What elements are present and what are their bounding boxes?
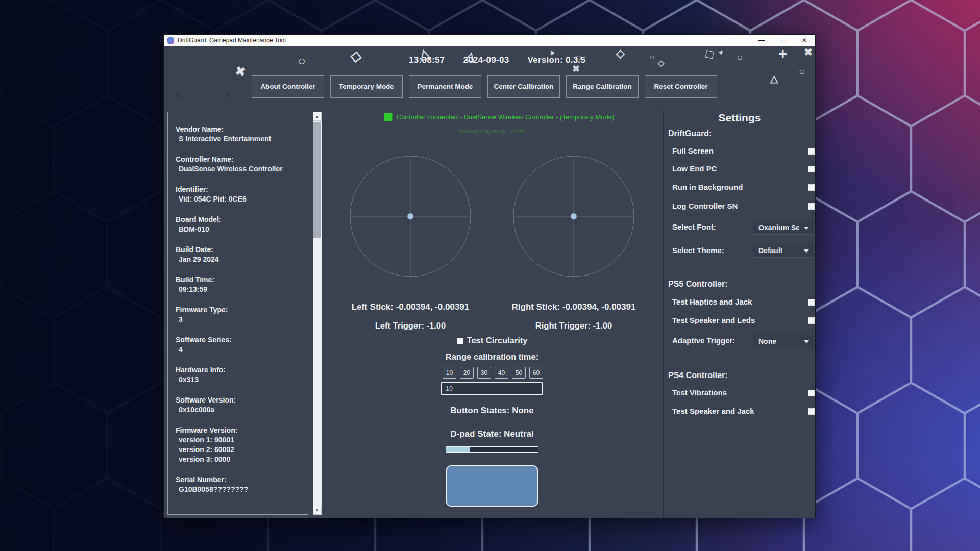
battery-capacity-text: Battery Capacity: 100% [415,128,569,135]
about-controller-button[interactable]: About Controller [252,75,324,98]
test-speaker-leds-checkbox[interactable] [808,317,815,324]
clock-text: 13:38:57 [409,55,445,65]
info-panel-scrollbar[interactable]: ▲ ▼ [313,112,322,515]
select-theme-label: Select Theme: [672,246,724,255]
info-field-firmware-type: Firmware Type: 3 [176,305,303,324]
setting-row-low-end-pc: Low End PC [672,164,816,173]
permanent-mode-button[interactable]: Permanent Mode [409,75,481,98]
right-trigger-readout: Right Trigger: -1.00 [502,321,645,331]
test-circularity-label: Test Circularity [467,336,528,345]
range-calibration-heading: Range calibration time: [415,352,569,362]
connection-status: Controller connected - DualSense Wireles… [384,113,614,121]
status-indicator-swatch [384,113,393,121]
right-stick-dot [571,213,577,219]
temporary-mode-button[interactable]: Temporary Mode [330,75,403,98]
range-calibration-button[interactable]: Range Calibration [566,75,639,98]
test-circularity-checkbox[interactable] [457,338,463,344]
info-field-hardware-info: Hardware Info: 0x313 [176,365,303,385]
dpad-progress-fill [446,447,470,452]
setting-row-run-in-background: Run in Background [672,183,816,192]
range-time-30-button[interactable]: 30 [477,367,491,379]
ps-symbol-icon: ○ [236,92,241,100]
window-controls: — □ ✕ [751,35,815,46]
ps-symbol-icon: ✖ [234,64,247,78]
chevron-down-icon [804,249,809,253]
info-field-software-series: Software Series: 4 [176,335,303,355]
ps-symbol-icon: ○ [799,66,805,77]
dpad-state-text: D-pad State: Neutral [415,429,569,439]
date-text: 2024-09-03 [463,55,509,65]
scroll-down-icon[interactable]: ▼ [313,506,322,515]
setting-row-test-haptics: Test Haptics and Jack [672,297,816,307]
right-stick-readout: Right Stick: -0.00394, -0.00391 [502,302,645,312]
led-color-visualizer [446,465,538,507]
action-button-row: About Controller Temporary Mode Permanen… [252,75,717,98]
left-trigger-readout: Left Trigger: -1.00 [339,321,482,331]
test-speaker-jack-checkbox[interactable] [808,408,815,415]
center-calibration-button[interactable]: Center Calibration [487,75,560,98]
low-end-pc-checkbox[interactable] [808,166,815,172]
close-button[interactable]: ✕ [794,35,815,46]
version-text: Version: 0.3.5 [527,55,585,65]
ps-symbol-icon: ○ [650,53,655,61]
dpad-progress-bar [446,446,538,453]
setting-row-test-vibrations: Test Vibrations [672,388,816,397]
log-controller-sn-checkbox[interactable] [808,203,815,210]
info-field-firmware-version: Firmware Version: version 1: 90001 versi… [176,425,303,464]
ps-symbol-icon: ◇ [350,48,362,64]
window-title: DriftGuard: Gamepad Maintenance Tool [178,37,286,44]
info-field-build-date: Build Date: Jan 29 2024 [176,245,303,264]
test-vibrations-checkbox[interactable] [808,390,815,396]
ps-symbol-icon: ✖ [174,90,183,100]
test-haptics-checkbox[interactable] [808,299,815,306]
maximize-button[interactable]: □ [772,35,794,46]
range-time-20-button[interactable]: 20 [460,367,474,379]
range-time-40-button[interactable]: 40 [495,367,508,379]
left-stick-readout: Left Stick: -0.00394, -0.00391 [339,302,482,312]
ps-symbol-icon: ✖ [804,47,813,57]
minimize-button[interactable]: — [751,35,772,46]
chevron-down-icon [804,227,809,230]
app-window: DriftGuard: Gamepad Maintenance Tool — □… [163,34,816,518]
driftguard-section-header: DriftGuard: [668,129,712,138]
font-select[interactable]: Oxanium Semi [753,220,813,235]
ps-symbol-icon: ✖ [225,91,232,99]
app-icon [167,37,174,44]
info-field-board-model: Board Model: BDM-010 [176,215,303,234]
ps5-section-header: PS5 Controller: [668,280,727,289]
setting-row-test-speaker-leds: Test Speaker and Leds [672,316,816,325]
adaptive-trigger-label: Adaptive Trigger: [672,336,735,345]
range-time-50-button[interactable]: 50 [512,367,526,379]
info-field-software-version: Software Version: 0x10c000a [176,395,303,415]
ps-symbol-icon: ○ [737,52,743,62]
info-field-vendor: Vendor Name: S Interactive Entertainment [176,124,303,144]
reset-controller-button[interactable]: Reset Controller [645,75,717,98]
range-time-60-button[interactable]: 60 [529,367,543,379]
setting-row-log-controller-sn: Log Controller SN [672,202,816,211]
settings-title: Settings [663,112,816,124]
range-time-input[interactable] [441,382,543,395]
info-field-controller-name: Controller Name: DualSense Wireless Cont… [176,155,303,174]
select-font-label: Select Font: [672,222,716,231]
setting-row-full-screen: Full Screen [672,146,816,156]
test-circularity-row: Test Circularity [415,336,569,345]
ps-symbol-icon: ◇ [658,59,664,67]
title-bar: DriftGuard: Gamepad Maintenance Tool — □… [164,35,815,46]
chevron-down-icon [804,340,809,343]
ps-symbol-icon: ○ [298,54,306,67]
range-time-buttons: 10 20 30 40 50 60 [443,367,543,379]
info-field-identifier: Identifier: Vid: 054C Pid: 0CE6 [176,185,303,204]
ps-symbol-icon: + [778,46,788,61]
ps-symbol-icon: □ [705,47,715,61]
ps-symbol-icon: △ [770,73,778,84]
theme-select[interactable]: Default [753,243,813,258]
full-screen-checkbox[interactable] [808,148,815,155]
scroll-up-icon[interactable]: ▲ [313,112,322,121]
button-states-text: Button States: None [415,406,569,416]
run-in-background-checkbox[interactable] [808,184,815,191]
ps-symbol-icon: ◇ [616,48,625,59]
ps4-section-header: PS4 Controller: [668,371,727,380]
adaptive-trigger-select[interactable]: None [753,334,813,348]
scrollbar-thumb[interactable] [313,122,321,238]
range-time-10-button[interactable]: 10 [443,367,456,379]
